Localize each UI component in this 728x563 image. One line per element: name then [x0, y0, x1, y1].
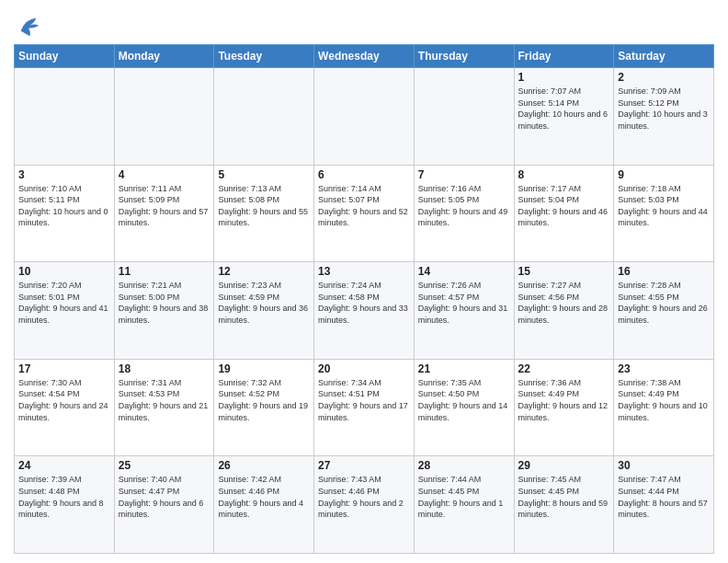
- day-number: 17: [18, 362, 110, 375]
- day-number: 13: [318, 265, 410, 278]
- header-cell-tuesday: Tuesday: [214, 45, 314, 68]
- calendar-body: 1Sunrise: 7:07 AM Sunset: 5:14 PM Daylig…: [15, 68, 714, 554]
- day-number: 5: [218, 168, 310, 181]
- day-info: Sunrise: 7:26 AM Sunset: 4:57 PM Dayligh…: [418, 280, 510, 326]
- day-number: 26: [218, 459, 310, 472]
- day-cell: [214, 68, 314, 166]
- calendar-table: SundayMondayTuesdayWednesdayThursdayFrid…: [14, 44, 714, 554]
- day-cell: 14Sunrise: 7:26 AM Sunset: 4:57 PM Dayli…: [414, 262, 514, 360]
- day-info: Sunrise: 7:35 AM Sunset: 4:50 PM Dayligh…: [418, 377, 510, 423]
- day-info: Sunrise: 7:42 AM Sunset: 4:46 PM Dayligh…: [218, 474, 310, 520]
- day-info: Sunrise: 7:18 AM Sunset: 5:03 PM Dayligh…: [618, 183, 710, 229]
- day-info: Sunrise: 7:31 AM Sunset: 4:53 PM Dayligh…: [119, 377, 210, 423]
- day-info: Sunrise: 7:45 AM Sunset: 4:45 PM Dayligh…: [518, 474, 610, 520]
- day-number: 28: [418, 459, 510, 472]
- day-cell: 6Sunrise: 7:14 AM Sunset: 5:07 PM Daylig…: [314, 165, 415, 262]
- day-number: 15: [518, 265, 610, 278]
- week-row-2: 3Sunrise: 7:10 AM Sunset: 5:11 PM Daylig…: [15, 165, 714, 262]
- day-number: 18: [119, 362, 210, 375]
- day-cell: [114, 68, 214, 166]
- day-cell: [414, 68, 514, 166]
- week-row-4: 17Sunrise: 7:30 AM Sunset: 4:54 PM Dayli…: [15, 359, 714, 456]
- day-number: 20: [318, 362, 410, 375]
- day-cell: 5Sunrise: 7:13 AM Sunset: 5:08 PM Daylig…: [214, 165, 314, 262]
- day-cell: 10Sunrise: 7:20 AM Sunset: 5:01 PM Dayli…: [15, 262, 115, 360]
- day-number: 21: [418, 362, 510, 375]
- week-row-3: 10Sunrise: 7:20 AM Sunset: 5:01 PM Dayli…: [15, 262, 714, 360]
- day-number: 2: [618, 71, 710, 84]
- day-info: Sunrise: 7:44 AM Sunset: 4:45 PM Dayligh…: [418, 474, 510, 520]
- day-cell: 28Sunrise: 7:44 AM Sunset: 4:45 PM Dayli…: [414, 456, 514, 554]
- day-info: Sunrise: 7:16 AM Sunset: 5:05 PM Dayligh…: [418, 183, 510, 229]
- header-cell-friday: Friday: [514, 45, 614, 68]
- day-cell: 18Sunrise: 7:31 AM Sunset: 4:53 PM Dayli…: [114, 359, 214, 456]
- day-cell: 13Sunrise: 7:24 AM Sunset: 4:58 PM Dayli…: [314, 262, 415, 360]
- day-cell: 27Sunrise: 7:43 AM Sunset: 4:46 PM Dayli…: [314, 456, 415, 554]
- day-cell: 20Sunrise: 7:34 AM Sunset: 4:51 PM Dayli…: [314, 359, 415, 456]
- day-cell: 23Sunrise: 7:38 AM Sunset: 4:49 PM Dayli…: [614, 359, 714, 456]
- day-number: 3: [18, 168, 110, 181]
- day-number: 25: [119, 459, 210, 472]
- day-info: Sunrise: 7:30 AM Sunset: 4:54 PM Dayligh…: [18, 377, 110, 423]
- day-cell: 15Sunrise: 7:27 AM Sunset: 4:56 PM Dayli…: [514, 262, 614, 360]
- day-number: 10: [18, 265, 110, 278]
- day-info: Sunrise: 7:34 AM Sunset: 4:51 PM Dayligh…: [318, 377, 410, 423]
- day-info: Sunrise: 7:17 AM Sunset: 5:04 PM Dayligh…: [518, 183, 610, 229]
- day-info: Sunrise: 7:36 AM Sunset: 4:49 PM Dayligh…: [518, 377, 610, 423]
- day-number: 6: [318, 168, 410, 181]
- calendar-header: SundayMondayTuesdayWednesdayThursdayFrid…: [15, 45, 714, 68]
- day-cell: 3Sunrise: 7:10 AM Sunset: 5:11 PM Daylig…: [15, 165, 115, 262]
- day-number: 9: [618, 168, 710, 181]
- day-info: Sunrise: 7:09 AM Sunset: 5:12 PM Dayligh…: [618, 86, 710, 132]
- day-info: Sunrise: 7:20 AM Sunset: 5:01 PM Dayligh…: [18, 280, 110, 326]
- day-number: 30: [618, 459, 710, 472]
- day-info: Sunrise: 7:38 AM Sunset: 4:49 PM Dayligh…: [618, 377, 710, 423]
- day-info: Sunrise: 7:11 AM Sunset: 5:09 PM Dayligh…: [119, 183, 210, 229]
- week-row-5: 24Sunrise: 7:39 AM Sunset: 4:48 PM Dayli…: [15, 456, 714, 554]
- day-info: Sunrise: 7:28 AM Sunset: 4:55 PM Dayligh…: [618, 280, 710, 326]
- day-info: Sunrise: 7:07 AM Sunset: 5:14 PM Dayligh…: [518, 86, 610, 132]
- day-info: Sunrise: 7:32 AM Sunset: 4:52 PM Dayligh…: [218, 377, 310, 423]
- header-cell-saturday: Saturday: [614, 45, 714, 68]
- day-number: 11: [119, 265, 210, 278]
- day-number: 23: [618, 362, 710, 375]
- day-info: Sunrise: 7:21 AM Sunset: 5:00 PM Dayligh…: [119, 280, 210, 326]
- day-number: 7: [418, 168, 510, 181]
- header-cell-thursday: Thursday: [414, 45, 514, 68]
- day-number: 12: [218, 265, 310, 278]
- day-number: 27: [318, 459, 410, 472]
- day-info: Sunrise: 7:10 AM Sunset: 5:11 PM Dayligh…: [18, 183, 110, 229]
- day-number: 8: [518, 168, 610, 181]
- day-cell: 4Sunrise: 7:11 AM Sunset: 5:09 PM Daylig…: [114, 165, 214, 262]
- day-number: 16: [618, 265, 710, 278]
- day-cell: 7Sunrise: 7:16 AM Sunset: 5:05 PM Daylig…: [414, 165, 514, 262]
- header-row: SundayMondayTuesdayWednesdayThursdayFrid…: [15, 45, 714, 68]
- day-info: Sunrise: 7:47 AM Sunset: 4:44 PM Dayligh…: [618, 474, 710, 520]
- day-info: Sunrise: 7:13 AM Sunset: 5:08 PM Dayligh…: [218, 183, 310, 229]
- day-cell: 26Sunrise: 7:42 AM Sunset: 4:46 PM Dayli…: [214, 456, 314, 554]
- day-info: Sunrise: 7:43 AM Sunset: 4:46 PM Dayligh…: [318, 474, 410, 520]
- week-row-1: 1Sunrise: 7:07 AM Sunset: 5:14 PM Daylig…: [15, 68, 714, 166]
- day-cell: [314, 68, 415, 166]
- day-cell: 17Sunrise: 7:30 AM Sunset: 4:54 PM Dayli…: [15, 359, 115, 456]
- day-number: 19: [218, 362, 310, 375]
- day-number: 29: [518, 459, 610, 472]
- header-cell-sunday: Sunday: [15, 45, 115, 68]
- day-cell: 12Sunrise: 7:23 AM Sunset: 4:59 PM Dayli…: [214, 262, 314, 360]
- day-cell: 22Sunrise: 7:36 AM Sunset: 4:49 PM Dayli…: [514, 359, 614, 456]
- day-cell: 2Sunrise: 7:09 AM Sunset: 5:12 PM Daylig…: [614, 68, 714, 166]
- day-info: Sunrise: 7:27 AM Sunset: 4:56 PM Dayligh…: [518, 280, 610, 326]
- day-cell: 29Sunrise: 7:45 AM Sunset: 4:45 PM Dayli…: [514, 456, 614, 554]
- day-cell: 30Sunrise: 7:47 AM Sunset: 4:44 PM Dayli…: [614, 456, 714, 554]
- day-info: Sunrise: 7:23 AM Sunset: 4:59 PM Dayligh…: [218, 280, 310, 326]
- header-cell-monday: Monday: [114, 45, 214, 68]
- day-cell: 24Sunrise: 7:39 AM Sunset: 4:48 PM Dayli…: [15, 456, 115, 554]
- day-cell: 21Sunrise: 7:35 AM Sunset: 4:50 PM Dayli…: [414, 359, 514, 456]
- day-number: 24: [18, 459, 110, 472]
- day-info: Sunrise: 7:14 AM Sunset: 5:07 PM Dayligh…: [318, 183, 410, 229]
- day-number: 22: [518, 362, 610, 375]
- page: SundayMondayTuesdayWednesdayThursdayFrid…: [0, 0, 728, 563]
- day-info: Sunrise: 7:24 AM Sunset: 4:58 PM Dayligh…: [318, 280, 410, 326]
- day-cell: [15, 68, 115, 166]
- day-number: 14: [418, 265, 510, 278]
